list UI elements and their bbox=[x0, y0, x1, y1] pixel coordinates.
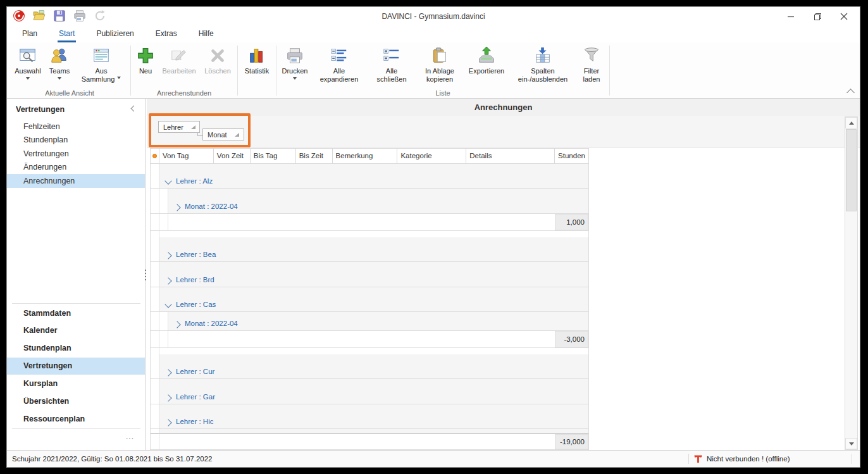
scroll-down-button[interactable] bbox=[845, 438, 857, 449]
spalten-ein-ausblenden-button[interactable]: Spalten ein-/ausblenden bbox=[510, 43, 576, 89]
dropdown-chevron-icon bbox=[26, 77, 30, 82]
tab-extras[interactable]: Extras bbox=[154, 27, 178, 42]
sidebar-module-stundenplan[interactable]: Stundenplan bbox=[7, 340, 145, 357]
sidebar-item-aenderungen[interactable]: Änderungen bbox=[7, 160, 145, 174]
columns-icon bbox=[533, 46, 552, 65]
tab-start[interactable]: Start bbox=[58, 27, 76, 42]
group-row-lehrer-cur[interactable]: Lehrer : Cur bbox=[151, 354, 589, 379]
column-header-von-zeit[interactable]: Von Zeit bbox=[214, 149, 251, 163]
triangle-down-icon bbox=[849, 442, 854, 448]
title-bar: DAVINCI - Gymnasium.davinci bbox=[7, 7, 860, 26]
ribbon-group-label: Liste bbox=[278, 89, 607, 98]
filter-laden-button[interactable]: Filter laden bbox=[576, 43, 607, 89]
minimize-button[interactable] bbox=[778, 7, 804, 26]
vertical-scrollbar[interactable] bbox=[845, 116, 858, 450]
ribbon-separator bbox=[276, 46, 276, 96]
summary-total-cell: -19,000 bbox=[555, 434, 588, 449]
chevron-down-icon[interactable] bbox=[164, 177, 171, 184]
connection-status: Nicht verbunden ! (offline) bbox=[693, 451, 790, 467]
main-title-strip: Anrechnungen bbox=[147, 99, 860, 116]
chevron-right-icon[interactable] bbox=[164, 394, 171, 401]
alle-schliessen-button[interactable]: Alle schließen bbox=[367, 43, 416, 89]
sidebar-module-kursplan[interactable]: Kursplan bbox=[7, 375, 145, 392]
edit-icon bbox=[170, 46, 189, 65]
tab-hilfe[interactable]: Hilfe bbox=[197, 27, 215, 42]
drucken-button[interactable]: Drucken bbox=[278, 43, 311, 89]
chevron-right-icon[interactable] bbox=[164, 277, 171, 284]
statistik-button[interactable]: Statistik bbox=[240, 43, 274, 89]
schoolyear-status: Schujahr 2021/2022, Gültig: So 01.08.202… bbox=[12, 451, 213, 467]
row-indent-cell bbox=[151, 262, 159, 287]
sidebar-item-vertretungen[interactable]: Vertretungen bbox=[7, 147, 145, 161]
chevron-right-icon[interactable] bbox=[164, 369, 171, 376]
column-header-details[interactable]: Details bbox=[466, 149, 555, 163]
group-row-monat[interactable]: Monat : 2022-04 bbox=[151, 312, 589, 331]
chevron-down-icon[interactable] bbox=[164, 301, 171, 308]
sidebar-module-uebersichten[interactable]: Übersichten bbox=[7, 393, 145, 410]
sidebar-module-stammdaten[interactable]: Stammdaten bbox=[7, 305, 145, 322]
column-header-bemerkung[interactable]: Bemerkung bbox=[333, 149, 398, 163]
sidebar-more-button[interactable]: ... bbox=[126, 432, 134, 441]
tab-publizieren[interactable]: Publizieren bbox=[95, 27, 135, 42]
restore-button[interactable] bbox=[804, 7, 831, 26]
neu-button[interactable]: Neu bbox=[133, 43, 158, 89]
column-header-bis-zeit[interactable]: Bis Zeit bbox=[296, 149, 333, 163]
aus-sammlung-button[interactable]: Aus Sammlung bbox=[74, 43, 128, 89]
sidebar-module-vertretungen[interactable]: Vertretungen bbox=[7, 358, 145, 375]
teams-icon bbox=[50, 46, 69, 65]
sidebar-module-kalender[interactable]: Kalender bbox=[7, 322, 145, 339]
row-indent-cell bbox=[151, 331, 159, 347]
chevron-right-icon[interactable] bbox=[164, 419, 171, 426]
column-header-von-tag[interactable]: Von Tag bbox=[159, 149, 214, 163]
column-header-bis-tag[interactable]: Bis Tag bbox=[251, 149, 296, 163]
group-row-lehrer-hic[interactable]: Lehrer : Hic bbox=[151, 404, 589, 429]
ribbon-group-aktuelle-ansicht: Auswahl Teams Aus Sammlung bbox=[11, 43, 128, 98]
exportieren-button[interactable]: Exportieren bbox=[463, 43, 510, 89]
tab-plan[interactable]: Plan bbox=[21, 27, 39, 42]
print-icon bbox=[285, 46, 304, 65]
sidebar-item-fehlzeiten[interactable]: Fehlzeiten bbox=[7, 120, 145, 134]
collapse-all-icon bbox=[382, 46, 401, 65]
group-row-lehrer-alz[interactable]: Lehrer : Alz bbox=[151, 164, 589, 189]
in-ablage-kopieren-button[interactable]: In Ablage kopieren bbox=[416, 43, 463, 89]
row-indent-cell bbox=[151, 164, 159, 188]
loeschen-button[interactable]: Löschen bbox=[200, 43, 235, 89]
sidebar-item-anrechnungen[interactable]: Anrechnungen bbox=[7, 174, 145, 188]
ribbon-collapse-button[interactable] bbox=[845, 88, 855, 96]
column-header-kategorie[interactable]: Kategorie bbox=[397, 149, 466, 163]
indicator-column-header bbox=[151, 149, 159, 163]
row-partial bbox=[151, 429, 589, 433]
row-indent-cell bbox=[151, 312, 159, 330]
chevron-right-icon[interactable] bbox=[173, 204, 180, 211]
filter-icon bbox=[582, 46, 601, 65]
status-separator bbox=[688, 454, 689, 464]
sidebar-collapse-button[interactable] bbox=[132, 106, 138, 113]
group-row-lehrer-bea[interactable]: Lehrer : Bea bbox=[151, 237, 589, 262]
sidebar-header: Vertretungen bbox=[16, 105, 65, 114]
group-row-lehrer-brd[interactable]: Lehrer : Brd bbox=[151, 262, 589, 287]
ribbon-group-anrechenstunden: Neu Bearbeiten Löschen Anrechenstunden bbox=[133, 43, 235, 98]
row-indent-cell bbox=[151, 429, 159, 433]
sidebar-item-stundenplan[interactable]: Stundenplan bbox=[7, 133, 145, 147]
teams-button[interactable]: Teams bbox=[45, 43, 74, 89]
chevron-right-icon[interactable] bbox=[173, 321, 180, 328]
group-row-lehrer-gar[interactable]: Lehrer : Gar bbox=[151, 379, 589, 404]
app-window: DAVINCI - Gymnasium.davinci Plan Start P… bbox=[6, 6, 860, 468]
chevron-right-icon[interactable] bbox=[164, 252, 171, 259]
table-body: Lehrer : Alz Monat : 2022-04 1,000 Lehre… bbox=[150, 164, 589, 450]
row-indent-cell bbox=[151, 434, 159, 449]
scrollbar-thumb[interactable] bbox=[846, 129, 857, 211]
scroll-up-button[interactable] bbox=[845, 117, 857, 128]
group-row-monat[interactable]: Monat : 2022-04 bbox=[151, 189, 589, 214]
row-indent-cell bbox=[159, 312, 168, 330]
value-row: 1,000 bbox=[151, 214, 589, 231]
column-header-stunden[interactable]: Stunden bbox=[555, 149, 588, 163]
bearbeiten-button[interactable]: Bearbeiten bbox=[158, 43, 200, 89]
auswahl-button[interactable]: Auswahl bbox=[11, 43, 45, 89]
table-header: Von Tag Von Zeit Bis Tag Bis Zeit Bemerk… bbox=[150, 148, 589, 164]
row-indent-cell bbox=[151, 348, 159, 354]
sidebar-module-ressourcenplan[interactable]: Ressourcenplan bbox=[7, 411, 145, 428]
alle-expandieren-button[interactable]: Alle expandieren bbox=[311, 43, 367, 89]
close-button[interactable] bbox=[831, 7, 857, 26]
group-row-lehrer-cas[interactable]: Lehrer : Cas bbox=[151, 287, 589, 312]
